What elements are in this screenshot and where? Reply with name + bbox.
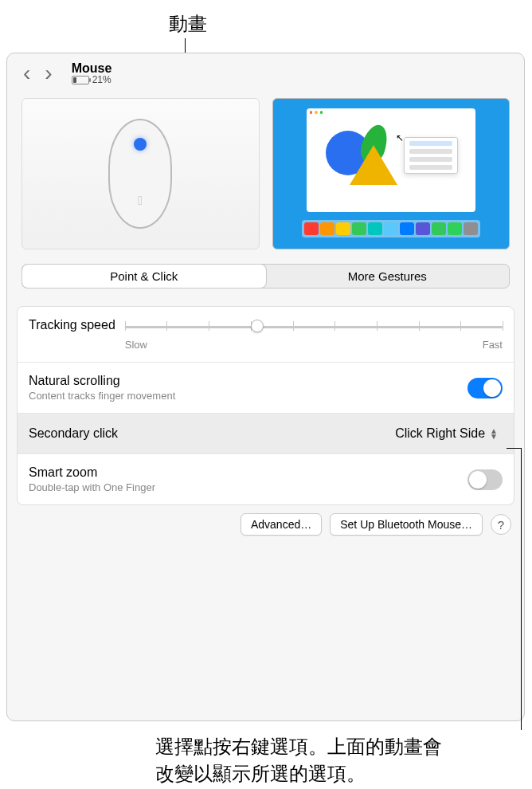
row-natural-scrolling: Natural scrolling Content tracks finger … <box>18 363 514 414</box>
preferences-window: ‹ › Mouse 21%  ↖ <box>6 53 525 721</box>
back-button[interactable]: ‹ <box>20 62 33 84</box>
apple-logo-icon:  <box>138 194 143 208</box>
mouse-top-indicator <box>134 138 147 151</box>
settings-list: Tracking speed Slow Fast Natural scrolli… <box>17 306 514 505</box>
natural-scrolling-toggle[interactable] <box>467 378 503 398</box>
battery-row: 21% <box>72 74 112 85</box>
tracking-speed-slider[interactable] <box>125 318 503 336</box>
help-button[interactable]: ? <box>491 514 511 535</box>
tab-point-and-click[interactable]: Point & Click <box>22 265 266 288</box>
setup-bluetooth-mouse-button[interactable]: Set Up Bluetooth Mouse… <box>330 513 483 536</box>
advanced-button[interactable]: Advanced… <box>241 513 322 536</box>
forward-button[interactable]: › <box>41 62 55 84</box>
secondary-click-value: Click Right Side <box>395 426 485 441</box>
annotation-bottom-line2: 改變以顯示所選的選項。 <box>155 763 366 784</box>
chevron-up-down-icon: ▲▼ <box>490 428 498 439</box>
smart-zoom-sublabel: Double-tap with One Finger <box>29 481 155 493</box>
window-header: ‹ › Mouse 21% <box>7 53 524 93</box>
smart-zoom-label: Smart zoom <box>29 465 155 480</box>
mouse-preview-panel:  <box>22 98 260 249</box>
battery-percent: 21% <box>92 74 111 85</box>
annotation-callout-line-h <box>507 448 521 449</box>
annotation-bottom: 選擇點按右鍵選項。上面的動畫會 改變以顯示所選的選項。 <box>155 733 519 787</box>
gesture-mini-window: ↖ <box>307 108 476 212</box>
context-menu-illustration <box>404 137 458 174</box>
annotation-callout-line-v <box>521 448 522 730</box>
dock-swatches <box>302 220 480 237</box>
annotation-top: 動畫 <box>169 11 207 37</box>
row-smart-zoom: Smart zoom Double-tap with One Finger <box>18 454 514 504</box>
tab-bar: Point & Click More Gestures <box>22 264 510 289</box>
gesture-animation-panel: ↖ <box>272 98 510 249</box>
slider-fast-label: Fast <box>483 339 503 351</box>
preview-row:  ↖ <box>7 98 524 249</box>
secondary-click-label: Secondary click <box>29 426 118 441</box>
secondary-click-popup[interactable]: Click Right Side ▲▼ <box>390 425 503 442</box>
row-tracking-speed: Tracking speed Slow Fast <box>18 307 514 363</box>
tracking-speed-label: Tracking speed <box>29 318 115 332</box>
natural-scrolling-label: Natural scrolling <box>29 374 175 388</box>
page-title: Mouse <box>72 61 112 76</box>
mouse-illustration:  <box>108 119 172 229</box>
footer-buttons: Advanced… Set Up Bluetooth Mouse… ? <box>7 505 524 544</box>
row-secondary-click: Secondary click Click Right Side ▲▼ <box>18 414 514 454</box>
slider-slow-label: Slow <box>125 339 147 351</box>
smart-zoom-toggle[interactable] <box>467 469 503 490</box>
header-title-block: Mouse 21% <box>72 61 112 86</box>
tab-more-gestures[interactable]: More Gestures <box>266 265 510 288</box>
annotation-bottom-line1: 選擇點按右鍵選項。上面的動畫會 <box>155 736 442 757</box>
battery-icon <box>72 76 89 84</box>
natural-scrolling-sublabel: Content tracks finger movement <box>29 390 175 402</box>
cursor-icon: ↖ <box>396 132 404 143</box>
